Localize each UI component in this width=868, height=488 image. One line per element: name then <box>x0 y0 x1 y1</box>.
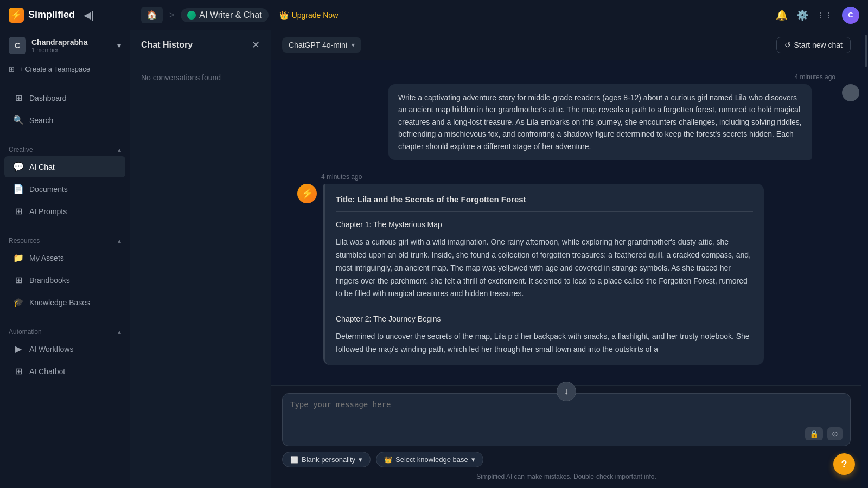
message-row-assistant: 4 minutes ago ⚡ Title: Lila and the Secr… <box>297 173 835 365</box>
sidebar-item-label: Brandbooks <box>29 276 70 285</box>
chat-scrollbar[interactable] <box>861 30 868 488</box>
app-name: Simplified <box>28 9 75 21</box>
personality-icon: ⬜ <box>290 456 298 464</box>
disclaimer: Simplified AI can make mistakes. Double-… <box>282 473 851 480</box>
sidebar-item-ai-chatbot[interactable]: ⊞ AI Chatbot <box>4 361 125 382</box>
scrollbar-thumb <box>865 35 867 67</box>
sidebar-item-label: Dashboard <box>29 94 67 102</box>
start-new-chat-button[interactable]: ↺ Start new chat <box>776 37 851 53</box>
knowledge-base-button[interactable]: 👑 Select knowledge base ▾ <box>376 452 483 467</box>
sidebar-item-ai-workflows[interactable]: ▶ AI Workflows <box>4 338 125 359</box>
assistant-message: Title: Lila and the Secrets of the Forgo… <box>323 184 764 365</box>
scroll-to-bottom-button[interactable]: ↓ <box>557 382 576 401</box>
personality-label: Blank personality <box>302 455 355 464</box>
sidebar-item-search[interactable]: 🔍 Search <box>4 110 125 131</box>
message-row-user: 4 minutes ago Write a captivating advent… <box>297 73 835 160</box>
ai-chat-icon: 💬 <box>13 162 24 172</box>
sidebar-item-documents[interactable]: 📄 Documents <box>4 178 125 200</box>
ai-chatbot-icon: ⊞ <box>13 366 24 376</box>
create-teamspace-label: + Create a Teamspace <box>19 65 90 73</box>
sidebar-collapse-icon[interactable]: ◀| <box>84 9 94 21</box>
divider-3 <box>0 227 130 227</box>
sidebar-item-label: Knowledge Bases <box>29 298 90 307</box>
content-divider-1 <box>336 211 753 212</box>
chapter-1-title: Chapter 1: The Mysterious Map <box>336 219 753 232</box>
sidebar-item-brandbooks[interactable]: ⊞ Brandbooks <box>4 269 125 291</box>
resources-collapse-icon: ▴ <box>118 237 121 245</box>
user-message-timestamp: 4 minutes ago <box>795 73 835 81</box>
sidebar-item-knowledge-bases[interactable]: 🎓 Knowledge Bases <box>4 292 125 313</box>
model-label: ChatGPT 4o-mini <box>289 41 347 49</box>
sidebar-item-ai-prompts[interactable]: ⊞ AI Prompts <box>4 201 125 222</box>
sidebar-item-my-assets[interactable]: 📁 My Assets <box>4 247 125 268</box>
automation-section-header[interactable]: Automation ▴ <box>0 323 130 338</box>
emoji-button[interactable]: 🔒 <box>805 427 823 440</box>
sidebar-item-label: Documents <box>29 185 68 194</box>
sidebar-item-label: AI Workflows <box>29 345 73 354</box>
chapter-1-content: Lila was a curious girl with a wild imag… <box>336 236 753 300</box>
resources-section-label: Resources <box>9 237 40 245</box>
story-title: Title: Lila and the Secrets of the Forgo… <box>336 192 753 207</box>
creative-section-header[interactable]: Creative ▴ <box>0 140 130 156</box>
start-new-chat-label: Start new chat <box>794 41 843 49</box>
workspace-details: Chandraprabha 1 member <box>31 38 87 53</box>
ai-writer-badge[interactable]: AI Writer & Chat <box>181 8 268 22</box>
notification-button[interactable]: 🔔 <box>776 9 788 21</box>
assistant-message-timestamp: 4 minutes ago <box>321 173 362 181</box>
assistant-avatar: ⚡ <box>297 184 317 203</box>
sidebar-item-label: AI Chat <box>29 163 55 171</box>
workspace-meta: 1 member <box>31 47 87 53</box>
search-icon: 🔍 <box>13 115 24 125</box>
create-teamspace-button[interactable]: ⊞ + Create a Teamspace <box>0 61 130 78</box>
sidebar-item-ai-chat[interactable]: 💬 AI Chat <box>4 156 125 177</box>
chat-main: ChatGPT 4o-mini ▾ ↺ Start new chat 4 min… <box>271 30 861 488</box>
chat-options-row: ⬜ Blank personality ▾ 👑 Select knowledge… <box>282 452 851 467</box>
ai-writer-label: AI Writer & Chat <box>199 10 261 20</box>
chat-history-empty: No conversations found <box>130 60 271 95</box>
dashboard-icon: ⊞ <box>13 93 24 103</box>
settings-button[interactable]: ⚙️ <box>796 9 808 21</box>
workspace-header[interactable]: C Chandraprabha 1 member ▾ <box>0 30 130 61</box>
workspace-avatar: C <box>9 37 26 54</box>
knowledge-base-icon: 👑 <box>384 456 392 464</box>
personality-chevron-icon: ▾ <box>359 455 362 464</box>
user-avatar[interactable]: C <box>842 7 859 24</box>
logo-icon: ⚡ <box>9 8 24 23</box>
chat-toolbar: ChatGPT 4o-mini ▾ ↺ Start new chat <box>271 30 861 60</box>
documents-icon: 📄 <box>13 184 24 194</box>
topbar: ⚡ Simplified ◀| 🏠 > AI Writer & Chat 👑 U… <box>0 0 868 30</box>
brandbooks-icon: ⊞ <box>13 275 24 285</box>
knowledge-base-chevron-icon: ▾ <box>471 455 475 464</box>
workspace-info: C Chandraprabha 1 member <box>9 37 87 54</box>
chat-input[interactable] <box>290 399 843 423</box>
knowledge-bases-icon: 🎓 <box>13 297 24 307</box>
workspace-chevron-icon: ▾ <box>117 41 121 50</box>
user-message-avatar <box>842 84 859 101</box>
automation-section-label: Automation <box>9 328 42 336</box>
upgrade-label: Upgrade Now <box>292 11 339 20</box>
content-divider-2 <box>336 306 753 306</box>
model-selector-button[interactable]: ChatGPT 4o-mini ▾ <box>282 37 361 53</box>
upgrade-icon: 👑 <box>279 11 289 20</box>
home-button[interactable]: 🏠 <box>141 7 163 23</box>
topbar-actions: 🔔 ⚙️ ⋮⋮ C <box>776 7 859 24</box>
topbar-nav: 🏠 > AI Writer & Chat 👑 Upgrade Now <box>128 7 776 23</box>
ai-workflows-icon: ▶ <box>13 344 24 354</box>
divider-1 <box>0 82 130 82</box>
resources-section-header[interactable]: Resources ▴ <box>0 232 130 247</box>
main-layout: C Chandraprabha 1 member ▾ ⊞ + Create a … <box>0 30 868 488</box>
sidebar-item-label: AI Prompts <box>29 207 67 216</box>
chat-history-close-button[interactable]: ✕ <box>252 39 260 51</box>
help-button[interactable]: ? <box>833 453 855 475</box>
upgrade-button[interactable]: 👑 Upgrade Now <box>273 8 345 23</box>
sidebar-item-dashboard[interactable]: ⊞ Dashboard <box>4 87 125 108</box>
user-message: Write a captivating adventure story for … <box>388 84 812 160</box>
chat-history-title: Chat History <box>141 40 193 50</box>
chapter-2-title: Chapter 2: The Journey Begins <box>336 313 753 326</box>
sidebar-item-label: AI Chatbot <box>29 367 65 376</box>
grid-button[interactable]: ⋮⋮ <box>817 11 833 20</box>
attachment-button[interactable]: ⊙ <box>827 427 843 440</box>
chat-history-header: Chat History ✕ <box>130 30 271 60</box>
my-assets-icon: 📁 <box>13 253 24 263</box>
personality-button[interactable]: ⬜ Blank personality ▾ <box>282 452 371 467</box>
